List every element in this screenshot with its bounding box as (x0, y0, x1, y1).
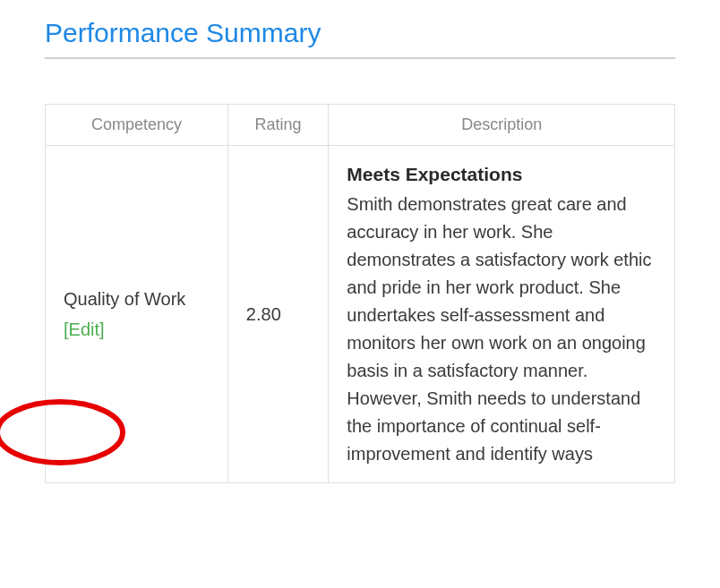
description-heading: Meets Expectations (347, 160, 656, 189)
rating-value: 2.80 (227, 146, 328, 483)
competency-name: Quality of Work (64, 285, 210, 312)
table-row: Quality of Work [Edit] 2.80 Meets Expect… (46, 146, 675, 483)
description-cell: Meets Expectations Smith demonstrates gr… (329, 146, 675, 483)
performance-summary-table: Competency Rating Description Quality of… (45, 104, 675, 483)
header-rating: Rating (227, 105, 328, 146)
description-text: Smith demonstrates great care and accura… (347, 194, 651, 464)
page-title: Performance Summary (45, 18, 675, 59)
edit-link[interactable]: [Edit] (64, 316, 105, 343)
header-description: Description (329, 105, 675, 146)
table-header-row: Competency Rating Description (46, 105, 675, 146)
header-competency: Competency (46, 105, 228, 146)
competency-cell: Quality of Work [Edit] (46, 146, 228, 483)
